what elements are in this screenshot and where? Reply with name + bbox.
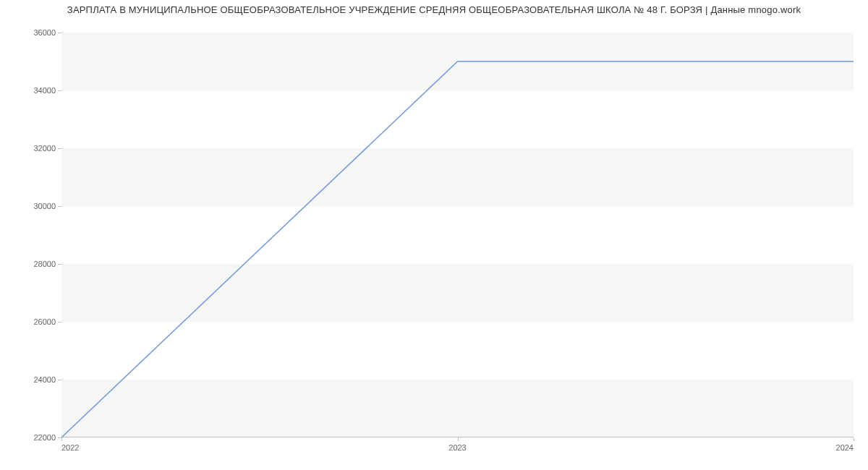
- y-tick-mark: [58, 90, 61, 91]
- y-tick-label: 36000: [33, 28, 56, 37]
- y-tick-mark: [58, 380, 61, 380]
- y-tick-label: 24000: [33, 375, 56, 384]
- y-tick-label: 22000: [33, 433, 56, 442]
- chart-container: ЗАРПЛАТА В МУНИЦИПАЛЬНОЕ ОБЩЕОБРАЗОВАТЕЛ…: [0, 0, 868, 470]
- y-tick-label: 32000: [33, 144, 56, 153]
- y-tick-label: 28000: [33, 260, 56, 268]
- x-tick-mark: [854, 437, 854, 441]
- x-tick-label: 2022: [61, 443, 79, 452]
- x-tick-mark: [61, 437, 62, 441]
- series-line: [61, 61, 854, 437]
- y-tick-label: 30000: [33, 202, 56, 210]
- y-tick-label: 34000: [33, 86, 56, 95]
- plot-area: 2200024000260002800030000320003400036000…: [61, 33, 854, 437]
- y-tick-mark: [58, 322, 61, 322]
- line-layer: [61, 33, 854, 437]
- chart-title: ЗАРПЛАТА В МУНИЦИПАЛЬНОЕ ОБЩЕОБРАЗОВАТЕЛ…: [0, 4, 868, 15]
- y-tick-mark: [58, 206, 61, 207]
- y-tick-mark: [58, 148, 61, 149]
- y-tick-label: 26000: [33, 317, 56, 326]
- x-tick-label: 2023: [448, 443, 466, 452]
- x-tick-mark: [458, 437, 459, 441]
- y-tick-mark: [58, 33, 61, 33]
- x-tick-label: 2024: [836, 443, 854, 452]
- y-tick-mark: [58, 264, 61, 265]
